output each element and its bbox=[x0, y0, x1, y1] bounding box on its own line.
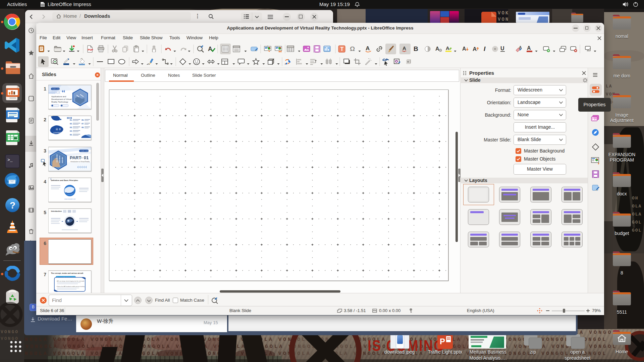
svg-text:03.: 03. bbox=[70, 126, 72, 128]
svg-text:>_: >_ bbox=[7, 158, 13, 163]
svg-text:YOUR LOGO: YOUR LOGO bbox=[52, 88, 60, 90]
svg-text:20XX: 20XX bbox=[51, 90, 61, 95]
svg-text:Reality Technology: Reality Technology bbox=[51, 101, 68, 103]
svg-text:Definition and Basic Principle: Definition and Basic Principles bbox=[51, 179, 78, 181]
svg-text:PART- 01: PART- 01 bbox=[70, 155, 89, 160]
svg-text:08.: 08. bbox=[82, 126, 84, 128]
svg-text:?: ? bbox=[10, 200, 15, 210]
svg-text:• AR can merge virtual imagery: • AR can merge virtual imagery into the … bbox=[56, 281, 84, 282]
svg-text:07.: 07. bbox=[82, 123, 84, 125]
svg-text:Development of Virtual: Development of Virtual bbox=[51, 98, 72, 100]
svg-text:CONTENTS: CONTENTS bbox=[53, 132, 63, 134]
svg-text:目 录: 目 录 bbox=[56, 128, 61, 131]
svg-text:• State-of-art AR headsets ena: • State-of-art AR headsets enable precis… bbox=[56, 286, 85, 287]
svg-text:YOUR LOGO: YOUR LOGO bbox=[80, 150, 88, 152]
svg-text:01.: 01. bbox=[70, 119, 72, 121]
svg-text:04.: 04. bbox=[70, 130, 72, 132]
svg-text:05.: 05. bbox=[70, 134, 72, 136]
svg-text:06.: 06. bbox=[82, 119, 84, 121]
svg-text:Introduction to Virtual Realit: Introduction to Virtual Reality bbox=[70, 161, 90, 163]
svg-text:Introduction: Introduction bbox=[51, 210, 62, 212]
svg-text:www.example.com: www.example.com bbox=[64, 198, 76, 200]
svg-text:Applications and: Applications and bbox=[51, 96, 66, 98]
svg-text:The concept, modes and various: The concept, modes and various aircraft bbox=[51, 272, 83, 274]
svg-text:02.: 02. bbox=[70, 123, 72, 125]
